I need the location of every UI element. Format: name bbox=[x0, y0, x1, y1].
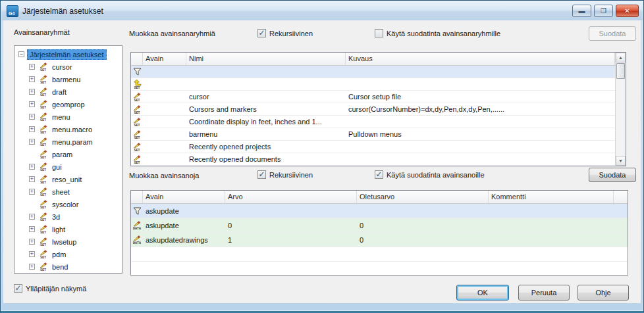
column-header-oletusarvo[interactable]: Oletusarvo bbox=[357, 191, 489, 203]
table-row[interactable]: SETRecently opened projects bbox=[131, 141, 626, 153]
column-header-icon[interactable] bbox=[131, 191, 143, 203]
groups-filter-checkbox[interactable]: Käytä suodatinta avainsanaryhmille bbox=[375, 29, 500, 37]
column-header-kommentti[interactable]: Kommentti bbox=[489, 191, 614, 203]
table-cell[interactable]: 0 bbox=[357, 236, 489, 244]
tree-item-cursor[interactable]: +SETcursor bbox=[14, 60, 122, 73]
tree-item-3d[interactable]: +SET3d bbox=[14, 210, 122, 223]
tree-item-barmenu[interactable]: +SETbarmenu bbox=[14, 73, 122, 85]
scroll-thumb[interactable] bbox=[616, 63, 625, 79]
table-cell[interactable]: Recently opened projects bbox=[186, 143, 346, 151]
tree-item-label[interactable]: 3d bbox=[50, 212, 62, 222]
checkbox-box[interactable]: ✓ bbox=[375, 170, 383, 179]
maximize-button[interactable]: ❐ bbox=[594, 5, 613, 17]
column-header-icon[interactable] bbox=[131, 53, 143, 65]
table-cell[interactable]: 0 bbox=[225, 222, 357, 229]
table-cell[interactable]: Pulldown menus bbox=[346, 130, 615, 138]
keywords-filter-checkbox[interactable]: ✓ Käytä suodatinta avainsanoille bbox=[375, 170, 485, 179]
tree-item-menu.param[interactable]: +SETmenu.param bbox=[14, 135, 122, 148]
tree-item-gui[interactable]: +SETgui bbox=[14, 160, 122, 173]
column-header-arvo[interactable]: Arvo bbox=[225, 191, 357, 203]
table-header[interactable]: AvainArvoOletusarvoKommentti bbox=[131, 191, 628, 204]
groups-recursive-checkbox[interactable]: ✓ Rekursiivinen bbox=[257, 29, 313, 37]
table-cell[interactable]: askupdatedrawings bbox=[143, 236, 225, 244]
tree-item-sheet[interactable]: +SETsheet bbox=[14, 185, 122, 198]
tree-item-menu.macro[interactable]: +SETmenu.macro bbox=[14, 123, 122, 135]
tree-item-draft[interactable]: +SETdraft bbox=[14, 85, 122, 98]
tree-expand-toggle[interactable]: + bbox=[29, 89, 35, 95]
tree-item-label[interactable]: light bbox=[50, 225, 67, 234]
tree-root-item[interactable]: −Järjestelmän asetukset bbox=[14, 48, 122, 60]
table-row[interactable]: SETcursorCursor setup file bbox=[131, 91, 626, 103]
tree-item-param[interactable]: +SETparam bbox=[14, 148, 122, 160]
admin-view-checkbox[interactable]: ✓ Ylläpitäjän näkymä bbox=[14, 284, 86, 293]
tree-item-reso_unit[interactable]: +SETreso_unit bbox=[14, 173, 122, 185]
checkbox-box[interactable]: ✓ bbox=[257, 170, 266, 179]
column-header-nimi[interactable]: Nimi bbox=[186, 53, 346, 65]
table-row[interactable]: DATAaskupdatedrawings10 bbox=[131, 233, 628, 247]
keywords-recursive-checkbox[interactable]: ✓ Rekursiivinen bbox=[257, 170, 313, 179]
table-cell[interactable]: askupdate bbox=[143, 207, 225, 215]
ok-button[interactable]: OK bbox=[456, 285, 509, 301]
table-row[interactable] bbox=[131, 262, 628, 276]
tree-item-label[interactable]: pdm bbox=[50, 250, 68, 259]
table-row[interactable]: SETCoordinate display in feet, inches an… bbox=[131, 116, 626, 128]
table-header[interactable]: AvainNimiKuvaus bbox=[131, 53, 626, 66]
filter-groups-button[interactable]: Suodata bbox=[589, 26, 636, 41]
minimize-button[interactable]: ▬ bbox=[572, 5, 591, 17]
column-header-avain[interactable]: Avain bbox=[143, 191, 225, 203]
tree-collapse-toggle[interactable]: − bbox=[18, 51, 24, 57]
table-cell[interactable]: askupdate bbox=[143, 222, 225, 229]
tree-item-label[interactable]: cursor bbox=[50, 62, 74, 72]
table-cell[interactable]: cursor bbox=[186, 93, 346, 101]
close-button[interactable]: ✕ bbox=[616, 5, 639, 17]
tree-expand-toggle[interactable]: + bbox=[29, 239, 35, 245]
tree-expand-toggle[interactable]: + bbox=[29, 214, 35, 220]
tree-item-menu[interactable]: +SETmenu bbox=[14, 110, 122, 123]
column-header-avain[interactable]: Avain bbox=[143, 53, 186, 65]
help-button[interactable]: Ohje bbox=[577, 285, 629, 301]
tree-item-label[interactable]: menu bbox=[50, 112, 72, 122]
tree-item-label[interactable]: syscolor bbox=[50, 200, 80, 209]
tree-expand-toggle[interactable]: + bbox=[29, 114, 35, 120]
table-row[interactable]: DATAaskupdate00 bbox=[131, 218, 628, 233]
table-body[interactable]: askupdateDATAaskupdate00DATAaskupdatedra… bbox=[131, 204, 628, 276]
tree-expand-toggle[interactable]: + bbox=[29, 251, 35, 257]
tree-item-label[interactable]: param bbox=[50, 150, 74, 159]
tree-expand-toggle[interactable]: + bbox=[29, 64, 35, 70]
table-cell[interactable]: Coordinate display in feet, inches and 1… bbox=[186, 118, 346, 126]
tree-expand-toggle[interactable]: + bbox=[29, 189, 35, 195]
tree-item-label[interactable]: menu.macro bbox=[50, 125, 94, 134]
table-cell[interactable]: Cursors and markers bbox=[186, 105, 346, 113]
table-cell[interactable]: cursor(CursorNumber)=dx,dy,Pen,dx,dy,Pen… bbox=[346, 105, 615, 113]
keywords-table[interactable]: AvainArvoOletusarvoKommentti askupdateDA… bbox=[130, 190, 628, 276]
vertical-scrollbar[interactable]: ▲ ▼ bbox=[615, 53, 626, 166]
table-cell[interactable]: barmenu bbox=[186, 130, 346, 138]
table-cell[interactable]: 1 bbox=[225, 236, 357, 244]
keyword-group-tree[interactable]: −Järjestelmän asetukset+SETcursor+SETbar… bbox=[14, 45, 122, 274]
table-body[interactable]: SETSETcursorCursor setup fileSETCursors … bbox=[131, 66, 626, 166]
tree-item-label[interactable]: lwsetup bbox=[50, 237, 78, 247]
tree-expand-toggle[interactable]: + bbox=[29, 176, 35, 182]
tree-item-bend[interactable]: +SETbend bbox=[14, 260, 122, 273]
tree-expand-toggle[interactable]: + bbox=[29, 101, 35, 107]
tree-expand-toggle[interactable]: + bbox=[29, 139, 35, 145]
tree-item-pdm[interactable]: +SETpdm bbox=[14, 248, 122, 260]
table-row[interactable]: SETRecently opened documents bbox=[131, 153, 626, 166]
tree-item-label[interactable]: draft bbox=[50, 87, 68, 97]
filter-keywords-button[interactable]: Suodata bbox=[589, 168, 636, 182]
keyword-groups-table[interactable]: AvainNimiKuvaus SETSETcursorCursor setup… bbox=[130, 52, 626, 166]
tree-expand-toggle[interactable]: + bbox=[29, 226, 35, 232]
table-cell[interactable]: 0 bbox=[357, 222, 489, 229]
tree-item-label[interactable]: gui bbox=[50, 162, 64, 172]
tree-item-label[interactable]: menu.param bbox=[50, 137, 95, 147]
table-row[interactable]: SET bbox=[131, 78, 626, 91]
tree-item-label[interactable]: Järjestelmän asetukset bbox=[27, 49, 107, 60]
tree-item-label[interactable]: reso_unit bbox=[50, 175, 84, 184]
table-row[interactable]: SETCursors and markerscursor(CursorNumbe… bbox=[131, 103, 626, 116]
scroll-down-arrow[interactable]: ▼ bbox=[616, 156, 626, 166]
table-cell[interactable]: Cursor setup file bbox=[346, 93, 615, 101]
column-header-kuvaus[interactable]: Kuvaus bbox=[346, 53, 615, 65]
filter-row[interactable]: askupdate bbox=[131, 204, 628, 218]
tree-item-label[interactable]: geomprop bbox=[50, 100, 87, 109]
tree-item-syscolor[interactable]: +SETsyscolor bbox=[14, 198, 122, 210]
